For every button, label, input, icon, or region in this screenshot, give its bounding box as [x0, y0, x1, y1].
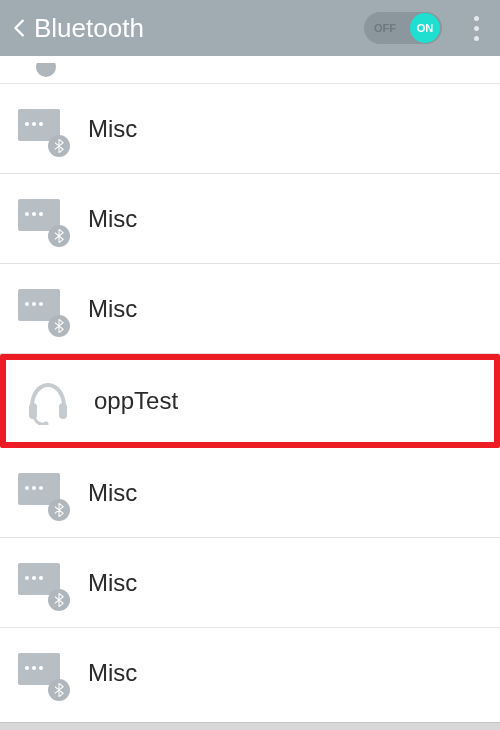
bluetooth-icon	[48, 589, 70, 611]
list-item[interactable]: Misc	[0, 174, 500, 264]
bluetooth-icon	[48, 499, 70, 521]
toggle-off-label: OFF	[374, 22, 396, 34]
misc-device-icon	[18, 473, 66, 513]
misc-device-icon	[18, 563, 66, 603]
misc-device-icon	[18, 109, 66, 149]
misc-device-icon	[18, 199, 66, 239]
list-item-highlighted[interactable]: oppTest	[0, 354, 500, 448]
list-item[interactable]: Misc	[0, 448, 500, 538]
bluetooth-icon	[48, 135, 70, 157]
toggle-on-knob: ON	[410, 13, 440, 43]
bluetooth-icon	[48, 315, 70, 337]
bluetooth-toggle[interactable]: OFF ON	[364, 12, 442, 44]
device-label: Misc	[88, 569, 137, 597]
bottom-bar	[0, 722, 500, 730]
bluetooth-icon	[48, 225, 70, 247]
device-label: Misc	[88, 479, 137, 507]
misc-device-icon	[18, 289, 66, 329]
back-icon[interactable]	[8, 16, 32, 40]
list-item[interactable]: Misc	[0, 628, 500, 718]
svg-rect-2	[59, 403, 67, 419]
list-item-partial[interactable]	[0, 56, 500, 84]
list-item[interactable]: Misc	[0, 538, 500, 628]
device-label: Misc	[88, 295, 137, 323]
svg-point-3	[44, 422, 49, 426]
bluetooth-icon	[48, 679, 70, 701]
device-label: Misc	[88, 115, 137, 143]
svg-point-0	[36, 63, 56, 77]
device-label: oppTest	[94, 387, 178, 415]
page-title: Bluetooth	[34, 13, 144, 44]
list-item[interactable]: Misc	[0, 84, 500, 174]
svg-rect-1	[29, 403, 37, 419]
overflow-menu-icon[interactable]	[460, 8, 492, 48]
headset-icon	[24, 381, 72, 421]
list-item[interactable]: Misc	[0, 264, 500, 354]
device-label: Misc	[88, 659, 137, 687]
header: Bluetooth OFF ON	[0, 0, 500, 56]
misc-device-icon	[18, 653, 66, 693]
device-label: Misc	[88, 205, 137, 233]
device-list: Misc Misc Misc opp	[0, 56, 500, 718]
